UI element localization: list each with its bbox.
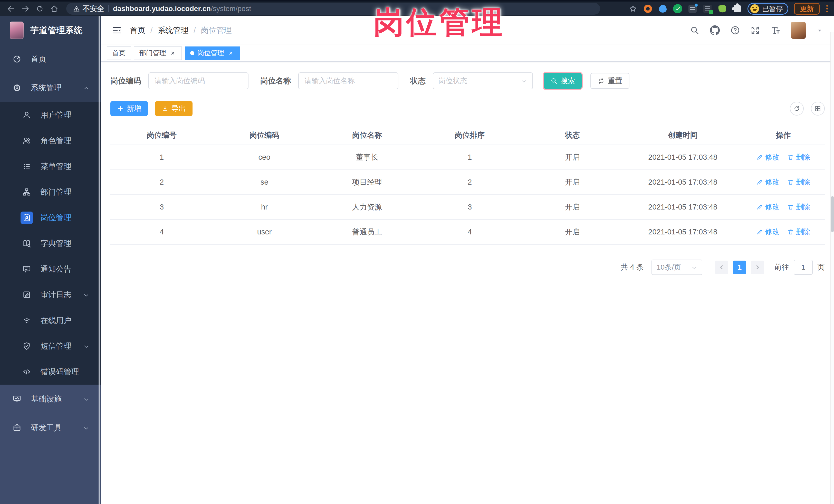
page-scrollbar[interactable] <box>830 32 834 504</box>
browser-home-icon[interactable] <box>48 3 60 15</box>
paused-label: 已暂停 <box>762 4 783 13</box>
export-button[interactable]: 导出 <box>155 101 193 116</box>
browser-forward-icon[interactable] <box>20 3 31 15</box>
post-name-input[interactable] <box>298 72 398 89</box>
table-toolbar: 新增 导出 <box>110 101 825 116</box>
address-divider <box>108 5 109 12</box>
post-code-input[interactable] <box>148 72 248 89</box>
cell-code: ceo <box>213 145 316 170</box>
scrollbar-thumb[interactable] <box>831 196 834 232</box>
sidebar-item-岗位管理[interactable]: 岗位管理 <box>0 205 101 231</box>
search-button[interactable]: 搜索 <box>544 73 582 89</box>
breadcrumb-separator: / <box>150 26 152 35</box>
breadcrumb-item[interactable]: 岗位管理 <box>201 25 232 36</box>
goto-page-input[interactable] <box>794 260 813 275</box>
sidebar-item-部门管理[interactable]: 部门管理 <box>0 179 101 205</box>
page-size-select[interactable]: 10条/页 <box>652 260 702 275</box>
sidebar-item-字典管理[interactable]: 字典管理 <box>0 231 101 256</box>
edit-link[interactable]: 修改 <box>756 202 780 212</box>
extension-terminal-icon[interactable] <box>703 4 712 13</box>
status-select[interactable]: 岗位状态 <box>433 72 533 89</box>
sidebar-item-用户管理[interactable]: 用户管理 <box>0 102 101 128</box>
column-settings-button[interactable] <box>811 102 825 115</box>
breadcrumb-item[interactable]: 首页 <box>130 25 145 36</box>
extension-check-icon[interactable]: ✓ <box>673 4 682 13</box>
edit-link[interactable]: 修改 <box>756 152 780 162</box>
reset-button[interactable]: 重置 <box>590 73 630 89</box>
sidebar-item-基础设施[interactable]: 基础设施 <box>0 385 101 413</box>
chevron-down-icon <box>83 395 90 403</box>
sidebar-item-审计日志[interactable]: 审计日志 <box>0 282 101 308</box>
refresh-table-button[interactable] <box>790 102 804 115</box>
user-avatar[interactable] <box>791 22 806 39</box>
browser-back-icon[interactable] <box>5 3 17 15</box>
address-bar[interactable]: 不安全 dashboard.yudao.iocoder.cn/system/po… <box>66 3 600 15</box>
sidebar-item-label: 研发工具 <box>31 423 62 433</box>
extension-sprout-icon[interactable] <box>718 4 727 13</box>
delete-link[interactable]: 删除 <box>787 152 810 162</box>
sidebar-item-研发工具[interactable]: 研发工具 <box>0 413 101 442</box>
edit-link[interactable]: 修改 <box>756 177 780 187</box>
error-code-icon <box>21 366 33 378</box>
close-icon[interactable] <box>169 49 176 57</box>
browser-menu-icon[interactable] <box>825 4 829 13</box>
extension-location-pin-icon[interactable] <box>658 4 667 13</box>
sidebar-item-错误码管理[interactable]: 错误码管理 <box>0 359 101 385</box>
user-menu-caret-icon[interactable] <box>816 27 823 34</box>
breadcrumb-item[interactable]: 系统管理 <box>158 25 189 36</box>
browser-update-button[interactable]: 更新 <box>794 3 820 15</box>
app-logo[interactable]: 芋道管理系统 <box>0 16 101 45</box>
table-row: 1ceo董事长1开启2021-01-05 17:03:48修改删除 <box>110 145 825 170</box>
current-page-button[interactable]: 1 <box>733 261 746 274</box>
cell-actions: 修改删除 <box>742 145 825 170</box>
sidebar-item-label: 用户管理 <box>41 110 71 120</box>
sidebar-item-在线用户[interactable]: 在线用户 <box>0 308 101 333</box>
logo-rabbit-avatar <box>10 22 24 39</box>
post-name-label: 岗位名称 <box>260 76 291 86</box>
sidebar-item-首页[interactable]: 首页 <box>0 45 101 73</box>
sidebar-item-菜单管理[interactable]: 菜单管理 <box>0 154 101 179</box>
not-secure-badge[interactable]: 不安全 <box>73 4 104 14</box>
chevron-down-icon <box>83 423 90 432</box>
next-page-button[interactable] <box>751 261 764 274</box>
role-icon <box>21 134 33 147</box>
delete-link[interactable]: 删除 <box>787 227 810 237</box>
header-search-icon[interactable] <box>690 25 700 35</box>
edit-link[interactable]: 修改 <box>756 227 780 237</box>
sidebar-item-系统管理[interactable]: 系统管理 <box>0 73 101 102</box>
delete-link[interactable]: 删除 <box>787 202 810 212</box>
cell-actions: 修改删除 <box>742 195 825 220</box>
total-count: 共 4 条 <box>621 262 644 272</box>
sidebar-scrollbar[interactable] <box>98 16 101 504</box>
add-button[interactable]: 新增 <box>110 101 148 116</box>
sidebar-item-label: 部门管理 <box>41 187 71 197</box>
extension-devtools-icon[interactable] <box>643 4 653 13</box>
sidebar-item-短信管理[interactable]: 短信管理 <box>0 333 101 359</box>
page-unit-label: 页 <box>817 262 825 272</box>
profile-paused-chip[interactable]: 已暂停 <box>747 3 788 15</box>
close-icon[interactable] <box>227 49 234 57</box>
sidebar-bottom-menu: 基础设施研发工具 <box>0 385 101 504</box>
fullscreen-icon[interactable] <box>750 25 760 35</box>
column-header: 岗位编码 <box>213 126 316 145</box>
delete-link[interactable]: 删除 <box>787 177 810 187</box>
cell-created_at: 2021-01-05 17:03:48 <box>624 145 742 170</box>
tab-首页[interactable]: 首页 <box>107 46 131 60</box>
menu-fold-icon[interactable] <box>111 25 122 36</box>
sidebar-item-角色管理[interactable]: 角色管理 <box>0 128 101 154</box>
github-icon[interactable] <box>710 25 720 36</box>
font-size-icon[interactable] <box>770 25 781 36</box>
cell-actions: 修改删除 <box>742 220 825 244</box>
help-icon[interactable] <box>730 25 740 35</box>
bookmark-star-icon[interactable] <box>629 4 638 13</box>
tab-部门管理[interactable]: 部门管理 <box>134 46 182 60</box>
cell-status: 开启 <box>521 220 624 244</box>
prev-page-button[interactable] <box>715 261 728 274</box>
column-header: 创建时间 <box>624 126 742 145</box>
active-tab-dot <box>190 51 194 55</box>
tab-岗位管理[interactable]: 岗位管理 <box>185 46 240 60</box>
browser-reload-icon[interactable] <box>34 3 46 15</box>
sidebar-item-通知公告[interactable]: 通知公告 <box>0 256 101 282</box>
extensions-puzzle-icon[interactable] <box>732 4 742 13</box>
extension-sliders-icon[interactable] <box>688 4 697 13</box>
